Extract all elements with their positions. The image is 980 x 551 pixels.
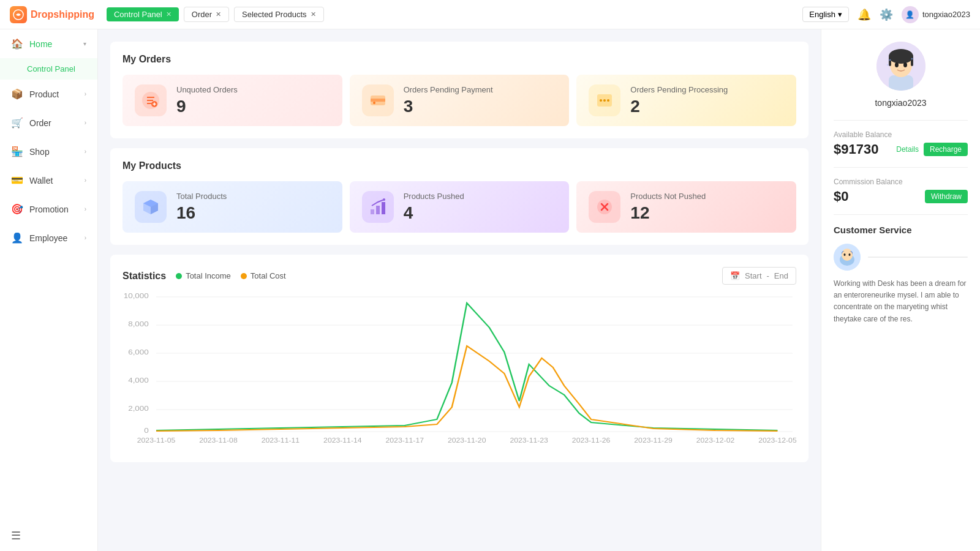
products-not-pushed-info: Products Not Pushed 12 [630, 192, 706, 223]
products-pushed-card[interactable]: Products Pushed 4 [350, 181, 570, 233]
customer-service-section: Customer Service Working with Desk has b [834, 215, 968, 325]
products-pushed-label: Products Pushed [404, 192, 464, 201]
my-products-title: My Products [123, 160, 796, 171]
tab-control-panel[interactable]: Control Panel ✕ [107, 7, 179, 21]
language-label: English [809, 10, 835, 19]
cs-message: Working with Desk has been a dream for a… [834, 278, 968, 325]
total-products-icon [135, 191, 167, 223]
date-range-picker[interactable]: 📅 Start - End [722, 267, 796, 285]
tab-control-panel-close[interactable]: ✕ [166, 10, 172, 18]
language-selector[interactable]: English ▾ [802, 7, 849, 22]
topbar: Dropshipping Control Panel ✕ Order ✕ Sel… [0, 0, 980, 29]
x-label-8: 2023-11-29 [634, 437, 672, 444]
cs-avatar-svg [834, 244, 861, 271]
pending-processing-label: Orders Pending Processing [630, 85, 728, 94]
x-label-1: 2023-11-08 [199, 437, 237, 444]
products-pushed-icon [362, 191, 394, 223]
products-not-pushed-icon [589, 191, 620, 223]
sidebar-item-promotion[interactable]: 🎯 Promotion › [0, 195, 97, 223]
svg-point-8 [603, 99, 606, 102]
sidebar-item-product-inner: 📦 Product [11, 88, 59, 100]
sidebar-item-home-inner: 🏠 Home [11, 38, 52, 50]
my-orders-section: My Orders Unquoted Orders 9 [110, 42, 809, 138]
svg-rect-12 [382, 202, 385, 214]
user-avatar-large [876, 42, 925, 91]
total-products-value: 16 [176, 203, 227, 223]
sidebar-item-wallet[interactable]: 💳 Wallet › [0, 166, 97, 195]
recharge-button[interactable]: Recharge [924, 143, 968, 156]
sidebar-item-product[interactable]: 📦 Product › [0, 80, 97, 108]
chevron-home-icon: ▾ [83, 40, 86, 47]
commission-balance-row: $0 Withdraw [834, 189, 968, 204]
tab-selected-products[interactable]: Selected Products ✕ [234, 7, 324, 22]
chevron-down-icon: ▾ [838, 10, 842, 19]
customer-service-title: Customer Service [834, 225, 968, 235]
calendar-icon: 📅 [730, 271, 740, 280]
bell-icon[interactable]: 🔔 [858, 8, 871, 21]
y-label-2000: 2,000 [128, 405, 149, 413]
income-dot [176, 273, 182, 279]
products-not-pushed-value: 12 [630, 203, 706, 223]
svg-point-28 [903, 62, 907, 67]
tab-order[interactable]: Order ✕ [184, 7, 229, 22]
y-label-10000: 10,000 [124, 292, 149, 300]
sidebar: 🏠 Home ▾ Control Panel 📦 Product › 🛒 Ord… [0, 29, 98, 551]
date-start: Start [745, 271, 761, 280]
commission-balance-label: Commission Balance [834, 178, 968, 186]
unquoted-orders-card[interactable]: Unquoted Orders 9 [123, 75, 342, 126]
withdraw-button[interactable]: Withdraw [925, 190, 968, 203]
products-not-pushed-card[interactable]: Products Not Pushed 12 [576, 181, 796, 233]
svg-point-24 [889, 49, 913, 64]
total-products-card[interactable]: Total Products 16 [123, 181, 342, 233]
svg-rect-25 [889, 56, 891, 66]
legend-cost: Total Cost [241, 271, 286, 280]
avatar: 👤 [902, 6, 919, 23]
svg-point-5 [373, 102, 375, 104]
sidebar-label-employee: Employee [29, 233, 67, 243]
pending-payment-card[interactable]: Orders Pending Payment 3 [350, 75, 570, 126]
sidebar-item-promotion-inner: 🎯 Promotion [11, 203, 69, 215]
x-label-7: 2023-11-26 [572, 437, 610, 444]
details-button[interactable]: Details [896, 143, 919, 156]
topbar-right: English ▾ 🔔 ⚙️ 👤 tongxiao2023 [802, 6, 970, 23]
cs-avatar [834, 244, 861, 271]
svg-point-38 [849, 253, 851, 256]
x-label-9: 2023-12-02 [696, 437, 734, 444]
sidebar-label-wallet: Wallet [29, 176, 53, 186]
unquoted-orders-label: Unquoted Orders [176, 85, 238, 94]
svg-point-13 [383, 198, 385, 201]
date-end: End [774, 271, 788, 280]
sidebar-bottom: ☰ [0, 520, 97, 551]
cs-separator [868, 257, 968, 258]
chevron-order-icon: › [85, 119, 86, 126]
sidebar-item-order-inner: 🛒 Order [11, 117, 51, 129]
svg-point-27 [895, 62, 899, 67]
user-menu[interactable]: 👤 tongxiao2023 [902, 6, 970, 23]
y-label-4000: 4,000 [128, 377, 149, 384]
available-balance-label: Available Balance [834, 130, 968, 139]
hamburger-icon[interactable]: ☰ [11, 530, 21, 542]
sidebar-item-control-panel[interactable]: Control Panel [0, 58, 97, 80]
sidebar-item-order[interactable]: 🛒 Order › [0, 108, 97, 137]
tab-control-panel-label: Control Panel [114, 10, 162, 19]
commission-balance-amount: $0 [834, 189, 848, 204]
unquoted-orders-icon [135, 84, 167, 116]
sidebar-item-shop[interactable]: 🏪 Shop › [0, 137, 97, 166]
employee-icon: 👤 [11, 232, 23, 244]
available-balance-amount: $91730 [834, 141, 878, 157]
pending-processing-card[interactable]: Orders Pending Processing 2 [576, 75, 796, 126]
x-label-5: 2023-11-20 [448, 437, 486, 444]
products-not-pushed-label: Products Not Pushed [630, 192, 706, 201]
app-logo[interactable]: Dropshipping [10, 6, 94, 23]
sidebar-item-employee[interactable]: 👤 Employee › [0, 223, 97, 252]
gear-icon[interactable]: ⚙️ [880, 8, 893, 21]
tab-order-close[interactable]: ✕ [216, 10, 221, 18]
sidebar-item-wallet-inner: 💳 Wallet [11, 174, 53, 186]
svg-point-29 [889, 59, 891, 61]
cost-dot [241, 273, 247, 279]
tab-selected-products-close[interactable]: ✕ [311, 10, 316, 18]
svg-point-31 [887, 64, 888, 66]
promotion-icon: 🎯 [11, 203, 23, 215]
sidebar-item-home[interactable]: 🏠 Home ▾ [0, 29, 97, 58]
stats-legend: Total Income Total Cost [176, 271, 286, 280]
